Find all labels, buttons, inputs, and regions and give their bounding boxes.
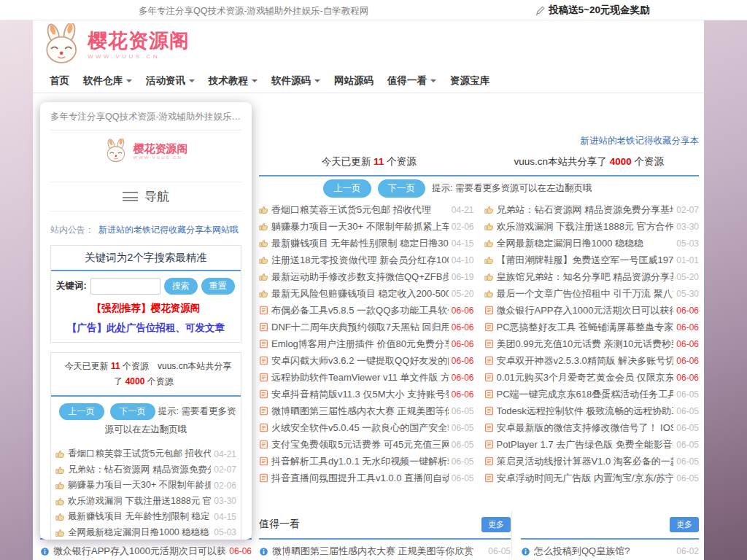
list-item[interactable]: 皇族馆兄弟站：知名分享吧 精品资源分享基地 05-20	[484, 268, 700, 285]
list-item[interactable]: 0.01元购买3个月爱奇艺黄金会员 仅限京东白 06-06	[484, 369, 700, 386]
prev-page-button[interactable]: 上一页	[59, 403, 104, 420]
list-item[interactable]: 怎么投稿到QQ皇族馆? 06-02	[521, 545, 699, 558]
list-item[interactable]: 躺赚暴力项目一天30+ 不限制年龄抓紧上车 02-06	[55, 478, 236, 494]
resource-title[interactable]: 兄弟站：钻石资源网 精品资源免费分享基地	[497, 203, 674, 217]
list-item[interactable]: 注册送18元零投资做代理 新会员分红存1000 04-10	[259, 252, 474, 268]
resource-title[interactable]: 支付宝免费领取5元话费券 可45元充值三网50	[271, 438, 449, 451]
nav-item[interactable]: 网站源码	[334, 74, 374, 88]
list-item[interactable]: 抖音直播间氛围提升工具v1.0.0 直播间自动发 06-05	[259, 470, 474, 486]
list-item[interactable]: 安卓闪截大师v3.6.2 一键提取QQ好友发的闪图 06-06	[259, 352, 474, 369]
list-item[interactable]: 微博晒图第三届性感内衣大赛 正规美图等你欣赏 06-05	[259, 545, 511, 558]
nav-item[interactable]: 软件仓库	[83, 74, 132, 88]
list-item[interactable]: 兄弟站：钻石资源网 精品资源免费分享基地 02-07	[55, 462, 236, 478]
promo-link-ad[interactable]: 【广告】此处广告位招租、可发文章	[51, 322, 241, 335]
resource-title[interactable]: 最新赚钱项目 无年龄性别限制 稳定日撸300+	[271, 237, 449, 250]
more-button[interactable]: 更多	[481, 517, 511, 532]
list-item[interactable]: PC恶搞整好友工具 苍蝇铺满屏幕整蛊专家 效 06-06	[484, 319, 700, 335]
list-item[interactable]: 微众银行APP存入1000元活期次日可以获得无门 06-06	[484, 302, 700, 319]
resource-title[interactable]: 策启灵活动线报计算器V1.0 淘客必备的一款软	[497, 455, 674, 468]
resource-title[interactable]: 香烟口粮芙蓉王试货5元包邮 招收代理	[68, 448, 211, 460]
resource-title[interactable]: 皇族馆兄弟站：知名分享吧 精品资源分享基地	[497, 271, 674, 284]
search-button[interactable]: 搜索	[164, 278, 198, 295]
nav-toggle[interactable]: 导航	[50, 182, 241, 211]
list-item[interactable]: Emlog博客用户注册插件 价值80元免费分享 06-06	[259, 335, 474, 352]
resource-title[interactable]: 抖音直播间氛围提升工具v1.0.0 直播间自动发	[271, 472, 449, 485]
list-item[interactable]: 最新赚钱项目 无年龄性别限制 稳定日撸300+ 04-15	[259, 235, 474, 252]
resource-title[interactable]: PotPlayer 1.7 去广告绿色版 免费全能影音播	[497, 438, 674, 451]
resource-title[interactable]: 躺赚暴力项目一天30+ 不限制年龄抓紧上车	[271, 220, 449, 233]
resource-title[interactable]: 火绒安全软件v5.0.45 一款良心的国产安全软件	[271, 421, 449, 435]
list-item[interactable]: 策启灵活动线报计算器V1.0 淘客必备的一款软 06-05	[484, 453, 700, 470]
resource-title[interactable]: 最新赚钱项目 无年龄性别限制 稳定日撸300+	[68, 510, 211, 523]
resource-title[interactable]: 安卓抖音精简版v11.3 仅5M大小 支持账号登录	[271, 388, 449, 401]
resource-title[interactable]: 安卓浮动时间无广告版 内置淘宝/京东/苏宁/拾	[497, 472, 674, 485]
list-item[interactable]: 躺赚暴力项目一天30+ 不限制年龄抓紧上车 02-06	[259, 218, 474, 235]
resource-title[interactable]: 香烟口粮芙蓉王试货5元包邮 招收代理	[271, 203, 449, 217]
resource-title[interactable]: 【莆田潮牌鞋服】免费送空军一号匡威1970s	[497, 254, 674, 267]
list-item[interactable]: PC端一键完成京东618叠蛋糕活动任务工具 06-05	[484, 386, 700, 402]
list-item[interactable]: 微众银行APP存入1000元活期次日可以获得无门 06-06	[40, 545, 252, 558]
list-item[interactable]: 欢乐游戏漏洞 下载注册送1888元 官方合作 03-30	[55, 494, 236, 510]
nav-item[interactable]: 资源宝库	[450, 74, 489, 88]
resource-title[interactable]: 微众银行APP存入1000元活期次日可以获得无门	[53, 545, 225, 558]
resource-title[interactable]: 安卓闪截大师v3.6.2 一键提取QQ好友发的闪图	[271, 354, 449, 368]
list-item[interactable]: 火绒安全软件v5.0.45 一款良心的国产安全软件 06-05	[259, 419, 474, 436]
promo-link-recommend[interactable]: 【强烈推荐】樱花资源阁	[51, 302, 241, 315]
resource-title[interactable]: Emlog博客用户注册插件 价值80元免费分享	[271, 338, 449, 351]
resource-title[interactable]: 0.01元购买3个月爱奇艺黄金会员 仅限京东白	[497, 371, 674, 384]
list-item[interactable]: 最新赚钱项目 无年龄性别限制 稳定日撸300+ 04-15	[55, 509, 236, 525]
list-item[interactable]: 远程协助软件TeamViewer v11 单文件版 方便 06-06	[259, 369, 474, 386]
resource-title[interactable]: 微博晒图第三届性感内衣大赛 正规美图等你欣赏	[272, 545, 484, 558]
list-item[interactable]: 美团0.99元充值10元话费 亲测10元话费秒到 06-06	[484, 335, 700, 352]
submit-reward-link[interactable]: 投稿送5~20元现金奖励	[535, 4, 649, 17]
list-item[interactable]: 全网最新稳定漏洞日撸1000 稳稳稳 05-03	[55, 525, 236, 540]
resource-title[interactable]: 最后一个文章广告位招租中 引千万流 聚八方	[497, 287, 674, 300]
resource-title[interactable]: 美团0.99元充值10元话费 亲测10元话费秒到	[497, 338, 674, 351]
site-logo[interactable]: 樱花资源阁 WWW.VUUS.CN	[42, 23, 190, 66]
resource-title[interactable]: 最新无风险包赔赚钱项目 稳定收入200-500元	[271, 287, 449, 300]
resource-title[interactable]: 微博晒图第三届性感内衣大赛 正规美图等你欣	[271, 405, 449, 418]
resource-title[interactable]: 微众银行APP存入1000元活期次日可以获得无门	[497, 304, 674, 317]
list-item[interactable]: PotPlayer 1.7 去广告绿色版 免费全能影音播 06-05	[484, 436, 700, 453]
resource-title[interactable]: 安卓双开神器v2.5.3.0精简版 解决多账号切换	[497, 354, 674, 368]
resource-title[interactable]: 抖音解析工具dy1.0.1 无水印视频一键解析软件	[271, 455, 449, 468]
resource-title[interactable]: 最新运动助手修改步数支持微信QQ+ZFB步	[271, 271, 449, 284]
search-input[interactable]	[90, 278, 160, 295]
list-item[interactable]: 微博晒图第三届性感内衣大赛 正规美图等你欣 06-05	[259, 402, 474, 419]
nav-item[interactable]: 活动资讯	[146, 74, 195, 88]
list-item[interactable]: 安卓抖音精简版v11.3 仅5M大小 支持账号登录 06-06	[259, 386, 474, 402]
resource-title[interactable]: 全网最新稳定漏洞日撸1000 稳稳稳	[497, 237, 674, 250]
resource-title[interactable]: 全网最新稳定漏洞日撸1000 稳稳稳	[68, 526, 211, 539]
resource-title[interactable]: 布偶必备工具v5.8.5 一款QQ多功能工具软件	[271, 304, 449, 317]
prev-page-button[interactable]: 上一页	[323, 179, 371, 198]
nav-item[interactable]: 首页	[50, 74, 69, 88]
resource-title[interactable]: 兄弟站：钻石资源网 精品资源免费分享基地	[68, 464, 211, 476]
resource-title[interactable]: DNF十二周年庆典预约领取7天黑钻 回归用户	[271, 321, 449, 334]
list-item[interactable]: 最后一个文章广告位招租中 引千万流 聚八方 05-30	[484, 285, 700, 302]
list-item[interactable]: 香烟口粮芙蓉王试货5元包邮 招收代理 04-21	[55, 446, 236, 462]
resource-title[interactable]: 欢乐游戏漏洞 下载注册送1888元 官方合作	[68, 495, 211, 508]
list-item[interactable]: 安卓浮动时间无广告版 内置淘宝/京东/苏宁/拾 06-05	[484, 470, 700, 486]
list-item[interactable]: 最新运动助手修改步数支持微信QQ+ZFB步 06-19	[259, 268, 474, 285]
list-item[interactable]: Todesk远程控制软件 极致流畅的远程协助工具 06-05	[484, 402, 700, 419]
resource-title[interactable]: 安卓最新版的微信支持修改微信号了！ IOS版	[497, 421, 674, 435]
resource-title[interactable]: Todesk远程控制软件 极致流畅的远程协助工具	[497, 405, 674, 418]
nav-item[interactable]: 值得一看	[387, 74, 436, 88]
resource-title[interactable]: 远程协助软件TeamViewer v11 单文件版 方便	[271, 371, 449, 384]
notice-text[interactable]: 新进站的老铁记得收藏分享本网站哦！	[98, 224, 241, 236]
list-item[interactable]: 兄弟站：钻石资源网 精品资源免费分享基地 02-07	[484, 201, 700, 218]
site-logo[interactable]: 樱花资源阁 WWW.VUUS.CN	[50, 136, 241, 166]
nav-item[interactable]: 技术教程	[209, 74, 258, 88]
resource-title[interactable]: 欢乐游戏漏洞 下载注册送1888元 官方合作	[497, 220, 674, 233]
next-page-button[interactable]: 下一页	[378, 179, 426, 198]
resource-title[interactable]: 怎么投稿到QQ皇族馆?	[534, 545, 673, 558]
list-item[interactable]: 香烟口粮芙蓉王试货5元包邮 招收代理 04-21	[259, 201, 474, 218]
list-item[interactable]: 【莆田潮牌鞋服】免费送空军一号匡威1970s 01-01	[484, 252, 700, 268]
list-item[interactable]: 支付宝免费领取5元话费券 可45元充值三网50 06-05	[259, 436, 474, 453]
resource-title[interactable]: PC恶搞整好友工具 苍蝇铺满屏幕整蛊专家 效	[497, 321, 674, 334]
list-item[interactable]: 布偶必备工具v5.8.5 一款QQ多功能工具软件 06-06	[259, 302, 474, 319]
list-item[interactable]: 全网最新稳定漏洞日撸1000 稳稳稳 05-03	[484, 235, 700, 252]
list-item[interactable]: DNF十二周年庆典预约领取7天黑钻 回归用户 06-06	[259, 319, 474, 335]
list-item[interactable]: 最新无风险包赔赚钱项目 稳定收入200-500元 05-20	[259, 285, 474, 302]
resource-title[interactable]: PC端一键完成京东618叠蛋糕活动任务工具	[497, 388, 674, 401]
